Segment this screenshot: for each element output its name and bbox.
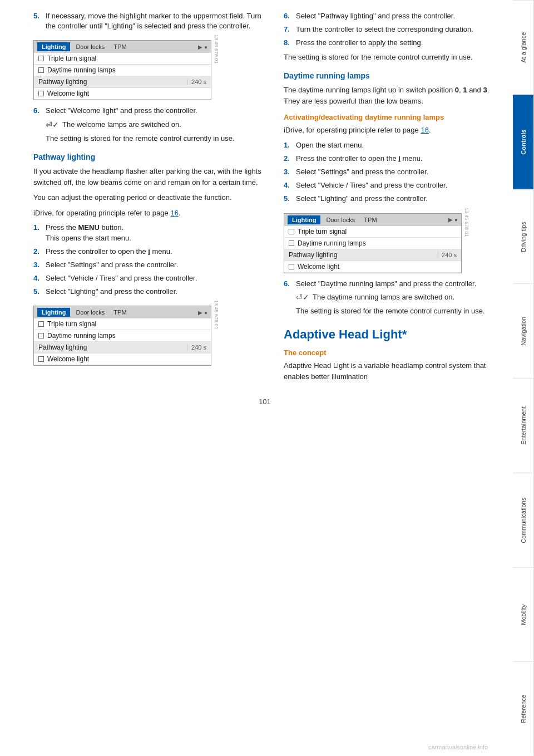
sidebar-tab-driving-tips-label: Driving tips xyxy=(520,222,527,252)
step-rd5: 5. Select "Lighting" and press the contr… xyxy=(284,194,495,204)
label-daytime-2: Daytime running lamps xyxy=(47,332,116,340)
step-r7-num: 7. xyxy=(284,24,293,35)
ui-box-1-header: Lighting Door locks TPM ▶ ● xyxy=(34,41,211,53)
step-r8-num: 8. xyxy=(284,38,293,48)
ui-box-2: Lighting Door locks TPM ▶ ● Triple turn … xyxy=(33,306,211,366)
tab-doorlocks-3: Door locks xyxy=(323,215,358,224)
note-top-right: The setting is stored for the remote con… xyxy=(284,52,495,63)
note-daytime: The setting is stored for the remote con… xyxy=(284,306,495,316)
row-triple-2: Triple turn signal xyxy=(34,318,211,330)
step-5-item: 5. If necessary, move the highlight mark… xyxy=(33,11,267,31)
row-welcome-3: Welcome light xyxy=(284,261,461,273)
row-pathway-3: Pathway lighting 240 s xyxy=(284,249,461,261)
step-rd3-num: 3. xyxy=(284,167,293,177)
step-rd5-text: Select "Lighting" and press the controll… xyxy=(296,194,495,204)
step-rd1-num: 1. xyxy=(284,140,293,150)
ui-box-3-header: Lighting Door locks TPM ▶ ● xyxy=(284,214,461,226)
tab-lighting-2: Lighting xyxy=(37,308,70,317)
sidebar-tab-reference-label: Reference xyxy=(520,695,527,723)
tab-tpm-2: TPM xyxy=(110,308,130,317)
idrive-ref-right: iDrive, for operating principle refer to… xyxy=(284,125,495,136)
checkmark-icon-2: ⏎✓ xyxy=(296,292,309,303)
step-rd4-text: Select "Vehicle / Tires" and press the c… xyxy=(296,180,495,190)
checkbox-daytime-1 xyxy=(38,67,44,73)
step-r6: 6. Select "Pathway lighting" and press t… xyxy=(284,11,495,21)
sidebar-tab-controls-label: Controls xyxy=(520,130,527,155)
step-r7-text: Turn the controller to select the corres… xyxy=(296,24,495,35)
step-rd3-text: Select "Settings" and press the controll… xyxy=(296,167,495,177)
sidebar-tab-entertainment[interactable]: Entertainment xyxy=(513,378,534,473)
checkbox-triple-1 xyxy=(38,56,44,61)
ui-box-2-side-label: 13 45 678 01 xyxy=(214,300,219,371)
step-6-num: 6. xyxy=(33,106,42,116)
tab-icons-3: ▶ ● xyxy=(448,217,458,223)
label-triple-1: Triple turn signal xyxy=(47,55,96,62)
step-rd3: 3. Select "Settings" and press the contr… xyxy=(284,167,495,177)
page-link-16-right: 16 xyxy=(421,126,428,134)
step-r6-text: Select "Pathway lighting" and press the … xyxy=(296,11,495,21)
step-rd6: 6. Select "Daytime running lamps" and pr… xyxy=(284,279,495,289)
step-l2-text: Press the controller to open the i menu. xyxy=(46,247,267,257)
label-welcome-1: Welcome light xyxy=(47,90,89,97)
sidebar-tab-at-a-glance[interactable]: At a glance xyxy=(513,0,534,95)
checkbox-daytime-3 xyxy=(289,240,294,246)
pathway-para1: If you activate the headlamp flasher aft… xyxy=(33,166,267,188)
result-daytime: ⏎✓ The daytime running lamps are switche… xyxy=(284,292,495,303)
sidebar-tab-controls[interactable]: Controls xyxy=(513,95,534,189)
step-r8: 8. Press the controller to apply the set… xyxy=(284,38,495,48)
checkbox-daytime-2 xyxy=(38,333,44,338)
step-rd4: 4. Select "Vehicle / Tires" and press th… xyxy=(284,180,495,190)
ui-box-1-wrapper: Lighting Door locks TPM ▶ ● Triple turn … xyxy=(33,35,211,106)
step-l3-text: Select "Settings" and press the controll… xyxy=(46,260,267,270)
sidebar-tab-communications[interactable]: Communications xyxy=(513,473,534,567)
heading-daytime: Daytime running lamps xyxy=(284,71,495,80)
ui-box-2-header: Lighting Door locks TPM ▶ ● xyxy=(34,306,211,318)
label-welcome-2: Welcome light xyxy=(47,355,89,363)
step-l4-num: 4. xyxy=(33,273,42,283)
ui-box-3: Lighting Door locks TPM ▶ ● Triple turn … xyxy=(284,213,462,273)
ui-box-3-wrapper: Lighting Door locks TPM ▶ ● Triple turn … xyxy=(284,208,462,279)
tab-doorlocks-1: Door locks xyxy=(72,42,108,51)
step-l3: 3. Select "Settings" and press the contr… xyxy=(33,260,267,270)
value-pathway-2: 240 s xyxy=(187,344,206,351)
checkmark-icon-1: ⏎✓ xyxy=(46,120,59,131)
ui-box-3-side-label: 13 45 678 01 xyxy=(464,208,469,279)
tab-tpm-1: TPM xyxy=(110,42,130,51)
sidebar-tab-navigation-label: Navigation xyxy=(520,317,527,346)
row-pathway-2: Pathway lighting 240 s xyxy=(34,342,211,354)
step-5-text: If necessary, move the highlight marker … xyxy=(46,11,267,31)
row-welcome-2: Welcome light xyxy=(34,354,211,365)
step-l3-num: 3. xyxy=(33,260,42,270)
heading-activating: Activating/deactivating daytime running … xyxy=(284,113,495,121)
sidebar-tab-at-a-glance-label: At a glance xyxy=(520,32,527,63)
row-daytime-3: Daytime running lamps xyxy=(284,238,461,249)
step-l5: 5. Select "Lighting" and press the contr… xyxy=(33,287,267,297)
step-l5-num: 5. xyxy=(33,287,42,297)
page-number: 101 xyxy=(33,397,496,406)
sidebar-tab-reference[interactable]: Reference xyxy=(513,661,534,756)
sidebar-tab-entertainment-label: Entertainment xyxy=(520,406,527,444)
step-rd1: 1. Open the start menu. xyxy=(284,140,495,150)
ui-box-2-wrapper: Lighting Door locks TPM ▶ ● Triple turn … xyxy=(33,300,211,371)
step-5-num: 5. xyxy=(33,11,42,31)
step-l2-num: 2. xyxy=(33,247,42,257)
step-r6-num: 6. xyxy=(284,11,293,21)
checkbox-triple-3 xyxy=(289,229,294,234)
step-6-item: 6. Select "Welcome light" and press the … xyxy=(33,106,267,116)
label-pathway-3: Pathway lighting xyxy=(289,251,337,259)
sidebar-tab-driving-tips[interactable]: Driving tips xyxy=(513,189,534,284)
step-l1: 1. Press the MENU button.This opens the … xyxy=(33,223,267,243)
step-rd5-num: 5. xyxy=(284,194,293,204)
label-welcome-3: Welcome light xyxy=(298,263,339,271)
row-triple-3: Triple turn signal xyxy=(284,226,461,238)
tab-lighting-1: Lighting xyxy=(37,42,70,51)
row-welcome-1: Welcome light xyxy=(34,88,211,100)
sidebar-tab-mobility[interactable]: Mobility xyxy=(513,567,534,662)
pathway-idrive: iDrive, for operating principle refer to… xyxy=(33,208,267,219)
step-l5-text: Select "Lighting" and press the controll… xyxy=(46,287,267,297)
sidebar-tabs: At a glance Controls Driving tips Naviga… xyxy=(513,0,534,756)
sidebar-tab-navigation[interactable]: Navigation xyxy=(513,283,534,378)
heading-adaptive: Adaptive Head Light* xyxy=(284,327,495,342)
label-pathway-2: Pathway lighting xyxy=(38,343,87,351)
ui-box-1: Lighting Door locks TPM ▶ ● Triple turn … xyxy=(33,40,211,100)
